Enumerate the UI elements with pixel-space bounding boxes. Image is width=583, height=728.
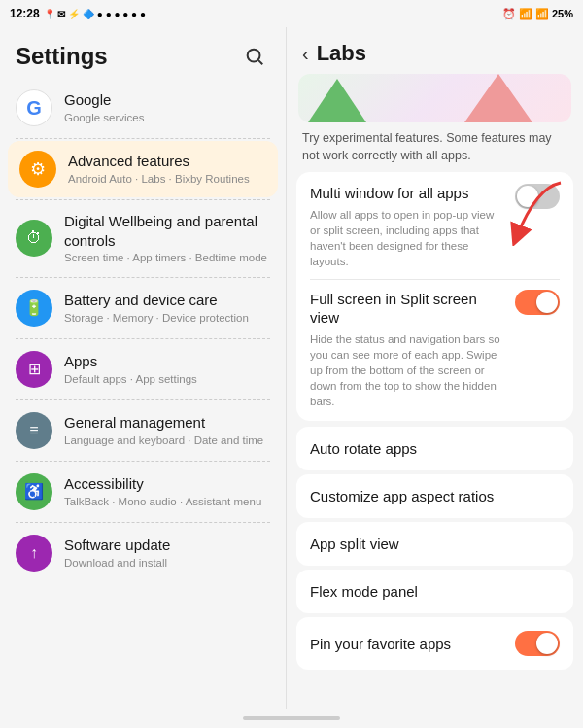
divider-4 [16,338,270,339]
left-panel-header: Settings [0,27,286,80]
apps-text: Apps Default apps · App settings [64,352,270,386]
search-button[interactable] [239,41,270,72]
back-button[interactable]: ‹ [302,43,309,65]
bottom-bar [0,709,583,728]
settings-item-wellbeing[interactable]: ⏱ Digital Wellbeing and parental control… [0,202,286,275]
google-icon: G [16,89,52,126]
multiwindow-desc: Allow all apps to open in pop-up view or… [310,207,505,269]
divider-5 [16,399,270,400]
google-text: Google Google services [64,90,270,124]
fullscreen-text: Full screen in Split screen view Hide th… [310,290,515,409]
settings-item-apps[interactable]: ⊞ Apps Default apps · App settings [0,341,286,398]
fullscreen-desc: Hide the status and navigation bars so y… [310,331,505,409]
menu-item-favorite[interactable]: Pin your favorite apps [296,617,573,670]
fullscreen-toggle[interactable] [515,290,560,315]
multiwindow-text: Multi window for all apps Allow all apps… [310,184,515,269]
wellbeing-desc: Screen time · App timers · Bedtime mode [64,251,270,265]
fullscreen-title: Full screen in Split screen view [310,290,505,328]
time: 12:28 [10,7,40,20]
notification-icons: 📍 ✉ ⚡ 🔷 ● ● ● ● ● ● [44,9,146,19]
feature-divider [310,279,560,280]
software-text: Software update Download and install [64,536,270,570]
wellbeing-icon: ⏱ [16,220,52,257]
battery-desc: Storage · Memory · Device protection [64,311,270,326]
menu-item-flexmode[interactable]: Flex mode panel [296,570,573,613]
google-name: Google [64,90,270,110]
battery-icon: 🔋 [16,290,52,327]
wellbeing-text: Digital Wellbeing and parental controls … [64,212,270,265]
aspectratio-label: Customize app aspect ratios [310,488,494,504]
triangle-green [308,79,366,122]
software-desc: Download and install [64,556,270,571]
advanced-desc: Android Auto · Labs · Bixby Routines [68,172,266,187]
software-icon: ↑ [16,535,52,572]
splitview-label: App split view [310,536,399,552]
labs-title: Labs [317,41,366,66]
right-panel: ‹ Labs Try experimental features. Some f… [287,27,583,709]
favorite-label: Pin your favorite apps [310,636,451,652]
fullscreen-toggle-knob [536,292,558,313]
general-text: General management Language and keyboard… [64,413,270,447]
apps-icon: ⊞ [16,351,52,388]
flexmode-label: Flex mode panel [310,583,418,600]
svg-point-0 [248,50,260,62]
general-desc: Language and keyboard · Date and time [64,433,270,448]
advanced-icon: ⚙ [19,151,56,188]
advanced-name: Advanced features [68,152,266,171]
labs-description: Try experimental features. Some features… [302,130,567,164]
settings-item-general[interactable]: ≡ General management Language and keyboa… [0,402,286,459]
settings-title: Settings [16,43,108,70]
divider-2 [16,199,270,200]
settings-item-battery[interactable]: 🔋 Battery and device care Storage · Memo… [0,280,286,336]
autorotate-label: Auto rotate apps [310,440,417,457]
apps-name: Apps [64,352,270,371]
labs-banner [298,74,571,122]
menu-item-aspectratio[interactable]: Customize app aspect ratios [296,474,573,518]
multiwindow-row: Multi window for all apps Allow all apps… [310,184,560,269]
accessibility-name: Accessibility [64,474,270,494]
status-left: 12:28 📍 ✉ ⚡ 🔷 ● ● ● ● ● ● [10,7,146,20]
fullscreen-row: Full screen in Split screen view Hide th… [310,290,560,409]
status-bar: 12:28 📍 ✉ ⚡ 🔷 ● ● ● ● ● ● ⏰ 📶 📶 25% [0,0,583,27]
divider-1 [16,138,270,139]
accessibility-text: Accessibility TalkBack · Mono audio · As… [64,474,270,508]
advanced-text: Advanced features Android Auto · Labs · … [68,152,266,186]
status-right: ⏰ 📶 📶 25% [502,8,573,20]
apps-desc: Default apps · App settings [64,372,270,387]
right-header: ‹ Labs [287,27,583,74]
favorite-toggle-knob [536,633,558,654]
left-panel: Settings G Google Google services ⚙ Adva… [0,27,287,709]
battery-name: Battery and device care [64,291,270,310]
triangle-pink [464,74,532,122]
settings-item-google[interactable]: G Google Google services [0,80,286,136]
general-icon: ≡ [16,412,52,449]
bottom-indicator [243,716,340,720]
battery-text: Battery and device care Storage · Memory… [64,291,270,325]
svg-line-1 [258,60,262,64]
accessibility-desc: TalkBack · Mono audio · Assistant menu [64,495,270,509]
multiwindow-toggle-knob [517,186,538,207]
settings-item-software[interactable]: ↑ Software update Download and install [0,525,286,581]
google-desc: Google services [64,111,270,125]
wellbeing-name: Digital Wellbeing and parental controls [64,212,270,250]
multiwindow-title: Multi window for all apps [310,184,505,203]
multiwindow-toggle[interactable] [515,184,560,209]
divider-7 [16,522,270,523]
accessibility-icon: ♿ [16,473,52,510]
menu-item-splitview[interactable]: App split view [296,522,573,566]
software-name: Software update [64,536,270,555]
menu-item-autorotate[interactable]: Auto rotate apps [296,427,573,470]
settings-item-advanced[interactable]: ⚙ Advanced features Android Auto · Labs … [8,141,278,197]
general-name: General management [64,413,270,433]
wifi-icon: 📶 [519,8,532,20]
settings-item-accessibility[interactable]: ♿ Accessibility TalkBack · Mono audio · … [0,464,286,520]
favorite-toggle[interactable] [515,631,560,656]
battery-level: 25% [552,8,573,19]
signal-icon: 📶 [535,8,549,20]
divider-6 [16,461,270,462]
main-content: Settings G Google Google services ⚙ Adva… [0,27,583,709]
divider-3 [16,277,270,278]
feature-card: Multi window for all apps Allow all apps… [296,172,573,421]
alarm-icon: ⏰ [502,8,516,20]
